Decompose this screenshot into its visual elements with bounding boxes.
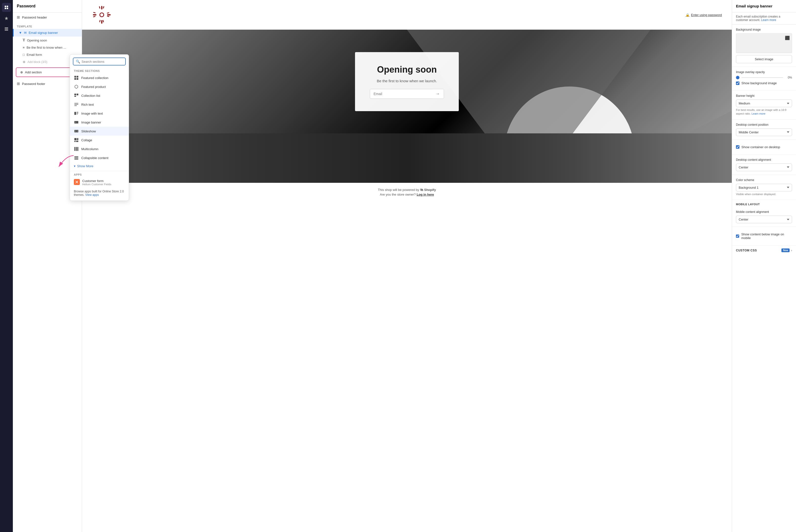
dropdown-item-collage[interactable]: Collage: [70, 136, 129, 145]
svg-rect-8: [77, 76, 78, 78]
password-footer-icon: ⊞: [17, 81, 20, 86]
svg-rect-26: [77, 131, 78, 132]
custom-css-label: CUSTOM CSS: [736, 249, 757, 252]
svg-point-23: [75, 122, 76, 123]
search-input[interactable]: [81, 60, 123, 63]
sections-dropdown: 🔍 THEME SECTIONS Featured collection Fea…: [70, 54, 129, 201]
nav-icon-grid[interactable]: [2, 3, 11, 12]
right-panel-header: Email signup banner: [732, 0, 796, 12]
show-more-button[interactable]: ▾ Show More: [70, 162, 129, 170]
preview-header: 🔒 Enter using password: [82, 0, 732, 30]
slideshow-label: Slideshow: [81, 129, 96, 133]
preview-frame: 🔒 Enter using password Opening soon Be: [82, 0, 732, 532]
show-container-label: Show container on desktop: [741, 145, 780, 149]
image-overlay-opacity-section: Image overlay opacity 0% Show background…: [732, 67, 796, 91]
dropdown-item-collection-list[interactable]: Collection list: [70, 91, 129, 100]
mobile-content-alignment-select[interactable]: Center: [736, 215, 792, 223]
svg-rect-4: [5, 27, 8, 28]
customer-form-app-icon: [74, 179, 80, 185]
custom-css-chevron[interactable]: ›: [791, 249, 792, 252]
new-badge: New: [781, 248, 790, 252]
svg-rect-46: [101, 20, 102, 24]
rich-text-icon: [74, 102, 79, 107]
customer-form-app-item[interactable]: Customer form Helium Customer Fields: [70, 177, 129, 188]
svg-rect-12: [74, 94, 76, 95]
dropdown-item-image-banner[interactable]: Image banner: [70, 118, 129, 127]
dropdown-item-multicolumn[interactable]: Multicolumn: [70, 145, 129, 153]
dropdown-item-featured-product[interactable]: Featured product: [70, 82, 129, 91]
add-section-icon: ⊕: [20, 70, 23, 74]
sub-item-opening-soon[interactable]: T Opening soon: [13, 37, 82, 44]
svg-rect-32: [76, 147, 77, 151]
svg-rect-10: [77, 78, 78, 80]
show-background-image-checkbox[interactable]: [736, 81, 739, 85]
sub-item-be-first[interactable]: ≡ Be the first to know when ...: [13, 44, 82, 51]
svg-rect-13: [77, 94, 78, 95]
dropdown-item-featured-collection[interactable]: Featured collection: [70, 73, 129, 82]
banner-height-label: Banner height: [736, 94, 792, 98]
opacity-slider-track: [741, 77, 783, 78]
image-overlay-opacity-label: Image overlay opacity: [736, 70, 792, 74]
featured-collection-icon: [74, 75, 79, 80]
banner-height-select[interactable]: Medium: [736, 99, 792, 107]
show-container-row: Show container on desktop: [736, 143, 792, 151]
svg-rect-17: [74, 106, 77, 106]
svg-rect-22: [74, 121, 78, 124]
banner-height-section: Banner height Medium For best results, u…: [732, 91, 796, 119]
password-footer-label: Password footer: [22, 82, 45, 86]
show-background-image-label: Show background image: [741, 81, 777, 85]
theme-sections-label: THEME SECTIONS: [70, 68, 129, 73]
learn-more-link[interactable]: Learn more: [761, 18, 776, 22]
template-section-label: TEMPLATE: [13, 22, 82, 29]
svg-rect-18: [74, 112, 76, 115]
desktop-content-alignment-select[interactable]: Center: [736, 164, 792, 171]
email-submit-button[interactable]: →: [432, 89, 444, 98]
dropdown-item-collapsible-content[interactable]: Collapsible content: [70, 153, 129, 162]
banner-content: Opening soon Be the first to know when w…: [355, 52, 459, 111]
view-apps-link[interactable]: View apps: [85, 193, 99, 196]
opacity-control: 0%: [736, 76, 792, 79]
apps-label: APPS: [70, 171, 129, 177]
featured-product-icon: [74, 84, 79, 89]
nav-icon-pin[interactable]: [2, 14, 11, 23]
sidebar-header: Password: [13, 0, 82, 13]
dropdown-item-image-with-text[interactable]: Image with text: [70, 109, 129, 118]
show-content-below-checkbox[interactable]: [736, 234, 739, 238]
color-scheme-hint: Visible when container displayed.: [736, 192, 792, 196]
opacity-value: 0%: [785, 76, 792, 79]
preview-banner: Opening soon Be the first to know when w…: [82, 30, 732, 133]
show-container-checkbox[interactable]: [736, 145, 739, 149]
svg-rect-51: [93, 16, 96, 18]
login-link[interactable]: Log in here: [417, 193, 434, 196]
add-section-button[interactable]: ⊕ Add section: [16, 68, 79, 77]
image-banner-icon: [74, 120, 79, 125]
color-scheme-select[interactable]: Background 1: [736, 184, 792, 191]
svg-point-39: [100, 13, 103, 17]
custom-css-controls: New ›: [781, 248, 792, 252]
email-input[interactable]: [370, 90, 432, 98]
right-panel-description: Each email subscription creates a custom…: [732, 12, 796, 24]
show-more-label: Show More: [77, 164, 93, 168]
svg-rect-14: [74, 96, 76, 97]
dropdown-item-slideshow[interactable]: Slideshow: [70, 127, 129, 136]
sidebar-item-password-header[interactable]: ⊞ Password header: [13, 13, 82, 22]
email-icon: ✉: [24, 31, 27, 35]
password-link[interactable]: 🔒 Enter using password: [686, 13, 722, 17]
show-container-section: Show container on desktop: [732, 140, 796, 155]
nav-icon-layers[interactable]: [2, 25, 11, 34]
desktop-content-position-select[interactable]: Middle Center: [736, 129, 792, 136]
svg-rect-44: [107, 16, 110, 17]
svg-rect-15: [74, 103, 78, 103]
search-box: 🔍: [73, 58, 126, 65]
desktop-content-position-section: Desktop content position Middle Center: [732, 119, 796, 140]
lock-icon: 🔒: [686, 13, 689, 17]
template-item-email-signup[interactable]: ▼ ✉ Email signup banner: [13, 29, 82, 37]
mobile-content-alignment-label: Mobile content alignment: [736, 210, 792, 214]
slideshow-icon: [74, 129, 79, 134]
dropdown-item-rich-text[interactable]: Rich text: [70, 100, 129, 109]
banner-height-hint: For best results, use an image with a 16…: [736, 108, 792, 116]
select-image-button[interactable]: Select image: [736, 55, 792, 63]
learn-more-ratio-link[interactable]: Learn more: [752, 112, 765, 115]
shopify-logo: 🛍 Shopify: [420, 188, 436, 192]
svg-rect-41: [103, 6, 105, 8]
